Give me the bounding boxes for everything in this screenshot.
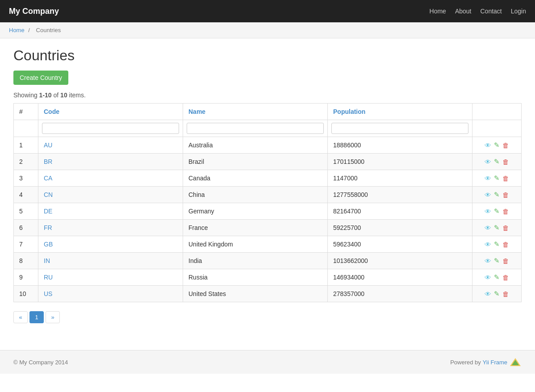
delete-icon[interactable]: 🗑 xyxy=(502,224,509,232)
cell-population: 18886000 xyxy=(328,137,472,154)
delete-icon[interactable]: 🗑 xyxy=(502,208,509,215)
code-link[interactable]: RU xyxy=(44,274,53,281)
delete-icon[interactable]: 🗑 xyxy=(502,241,509,248)
showing-info: Showing 1-10 of 10 items. xyxy=(13,92,522,99)
nav-login[interactable]: Login xyxy=(511,8,526,15)
col-sort-name[interactable]: Name xyxy=(188,108,205,115)
view-icon[interactable]: 👁 xyxy=(485,191,491,199)
edit-icon[interactable]: ✎ xyxy=(494,257,500,265)
code-link[interactable]: BR xyxy=(44,158,52,165)
delete-icon[interactable]: 🗑 xyxy=(502,191,509,199)
edit-icon[interactable]: ✎ xyxy=(494,191,500,199)
view-icon[interactable]: 👁 xyxy=(485,175,491,182)
nav-about[interactable]: About xyxy=(455,8,472,15)
edit-icon[interactable]: ✎ xyxy=(494,273,500,281)
table-header-row: # Code Name Population xyxy=(14,104,522,120)
view-icon[interactable]: 👁 xyxy=(485,257,491,265)
cell-actions: 👁 ✎ 🗑 xyxy=(472,269,522,286)
cell-actions: 👁 ✎ 🗑 xyxy=(472,203,522,220)
filter-code-input[interactable] xyxy=(42,123,179,134)
edit-icon[interactable]: ✎ xyxy=(494,240,500,248)
cell-num: 3 xyxy=(14,170,38,187)
code-link[interactable]: GB xyxy=(44,241,53,248)
code-link[interactable]: FR xyxy=(44,224,52,231)
pagination-page-1[interactable]: 1 xyxy=(29,311,44,323)
cell-code: GB xyxy=(38,236,183,253)
filter-name-cell xyxy=(183,120,328,137)
col-sort-code[interactable]: Code xyxy=(44,108,59,115)
pagination: « 1 » xyxy=(13,311,522,323)
col-header-population: Population xyxy=(328,104,472,120)
cell-code: BR xyxy=(38,154,183,170)
col-sort-population[interactable]: Population xyxy=(333,108,365,115)
delete-icon[interactable]: 🗑 xyxy=(502,274,509,281)
code-link[interactable]: AU xyxy=(44,142,52,149)
delete-icon[interactable]: 🗑 xyxy=(502,158,509,166)
main-content: Countries Create Country Showing 1-10 of… xyxy=(0,38,535,332)
table-row: 7 GB United Kingdom 59623400 👁 ✎ 🗑 xyxy=(14,236,522,253)
cell-code: IN xyxy=(38,253,183,269)
nav-home[interactable]: Home xyxy=(430,8,446,15)
breadcrumb-home[interactable]: Home xyxy=(9,27,25,33)
filter-num-cell xyxy=(14,120,38,137)
edit-icon[interactable]: ✎ xyxy=(494,207,500,215)
cell-population: 146934000 xyxy=(328,269,472,286)
pagination-prev[interactable]: « xyxy=(13,311,28,323)
code-link[interactable]: CN xyxy=(44,191,53,198)
table-filter-row xyxy=(14,120,522,137)
table-row: 4 CN China 1277558000 👁 ✎ 🗑 xyxy=(14,187,522,203)
footer: © My Company 2014 Powered by Yii Frame xyxy=(0,350,535,374)
view-icon[interactable]: 👁 xyxy=(485,158,491,166)
cell-name: France xyxy=(183,220,328,236)
code-link[interactable]: DE xyxy=(44,208,52,215)
view-icon[interactable]: 👁 xyxy=(485,142,491,149)
breadcrumb-separator: / xyxy=(28,27,30,33)
cell-code: RU xyxy=(38,269,183,286)
cell-name: Germany xyxy=(183,203,328,220)
delete-icon[interactable]: 🗑 xyxy=(502,290,509,298)
table-row: 8 IN India 1013662000 👁 ✎ 🗑 xyxy=(14,253,522,269)
navbar-brand[interactable]: My Company xyxy=(9,7,59,16)
view-icon[interactable]: 👁 xyxy=(485,290,491,298)
showing-total: 10 xyxy=(60,92,67,99)
edit-icon[interactable]: ✎ xyxy=(494,158,500,166)
code-link[interactable]: US xyxy=(44,290,52,297)
cell-num: 9 xyxy=(14,269,38,286)
showing-label: Showing xyxy=(13,92,39,99)
footer-yii-link[interactable]: Yii Frame xyxy=(483,359,507,366)
cell-code: CA xyxy=(38,170,183,187)
filter-population-input[interactable] xyxy=(331,123,468,134)
nav-contact[interactable]: Contact xyxy=(480,8,502,15)
delete-icon[interactable]: 🗑 xyxy=(502,175,509,182)
code-link[interactable]: IN xyxy=(44,257,50,264)
edit-icon[interactable]: ✎ xyxy=(494,224,500,232)
filter-name-input[interactable] xyxy=(187,123,324,134)
cell-num: 8 xyxy=(14,253,38,269)
breadcrumb: Home / Countries xyxy=(0,22,535,38)
cell-actions: 👁 ✎ 🗑 xyxy=(472,170,522,187)
view-icon[interactable]: 👁 xyxy=(485,241,491,248)
edit-icon[interactable]: ✎ xyxy=(494,290,500,298)
create-country-button[interactable]: Create Country xyxy=(13,71,68,85)
view-icon[interactable]: 👁 xyxy=(485,274,491,281)
cell-population: 59225700 xyxy=(328,220,472,236)
cell-code: AU xyxy=(38,137,183,154)
view-icon[interactable]: 👁 xyxy=(485,224,491,232)
cell-num: 1 xyxy=(14,137,38,154)
cell-name: United States xyxy=(183,286,328,302)
pagination-next[interactable]: » xyxy=(46,311,60,323)
delete-icon[interactable]: 🗑 xyxy=(502,257,509,265)
view-icon[interactable]: 👁 xyxy=(485,208,491,215)
code-link[interactable]: CA xyxy=(44,175,52,182)
showing-of: of xyxy=(52,92,60,99)
cell-actions: 👁 ✎ 🗑 xyxy=(472,286,522,302)
navbar: My Company Home About Contact Login xyxy=(0,0,535,22)
table-row: 1 AU Australia 18886000 👁 ✎ 🗑 xyxy=(14,137,522,154)
delete-icon[interactable]: 🗑 xyxy=(502,142,509,149)
cell-actions: 👁 ✎ 🗑 xyxy=(472,187,522,203)
cell-num: 6 xyxy=(14,220,38,236)
footer-copyright: © My Company 2014 xyxy=(13,359,68,366)
cell-name: India xyxy=(183,253,328,269)
edit-icon[interactable]: ✎ xyxy=(494,141,500,149)
edit-icon[interactable]: ✎ xyxy=(494,174,500,182)
